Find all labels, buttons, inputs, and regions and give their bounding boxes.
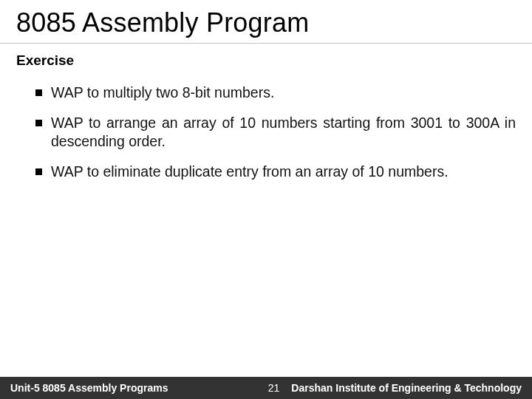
slide: 8085 Assembly Program Exercise WAP to mu… [0,0,532,399]
list-item: WAP to arrange an array of 10 numbers st… [35,114,516,151]
footer-page-number: 21 [256,382,292,394]
list-item-text: WAP to eliminate duplicate entry from an… [51,163,516,181]
footer-institution: Darshan Institute of Engineering & Techn… [291,382,532,394]
title-bar: 8085 Assembly Program [0,0,532,44]
square-bullet-icon [35,168,42,175]
section-heading: Exercise [0,44,532,72]
footer-unit: Unit-5 8085 Assembly Programs [0,382,168,394]
slide-title: 8085 Assembly Program [16,7,516,38]
list-item-text: WAP to arrange an array of 10 numbers st… [51,114,516,151]
list-item: WAP to eliminate duplicate entry from an… [35,163,516,181]
square-bullet-icon [35,89,42,96]
footer-bar: Unit-5 8085 Assembly Programs 21 Darshan… [0,377,532,399]
list-item: WAP to multiply two 8-bit numbers. [35,83,516,102]
bullet-list: WAP to multiply two 8-bit numbers. WAP t… [0,72,532,181]
square-bullet-icon [35,120,42,126]
list-item-text: WAP to multiply two 8-bit numbers. [51,83,516,102]
